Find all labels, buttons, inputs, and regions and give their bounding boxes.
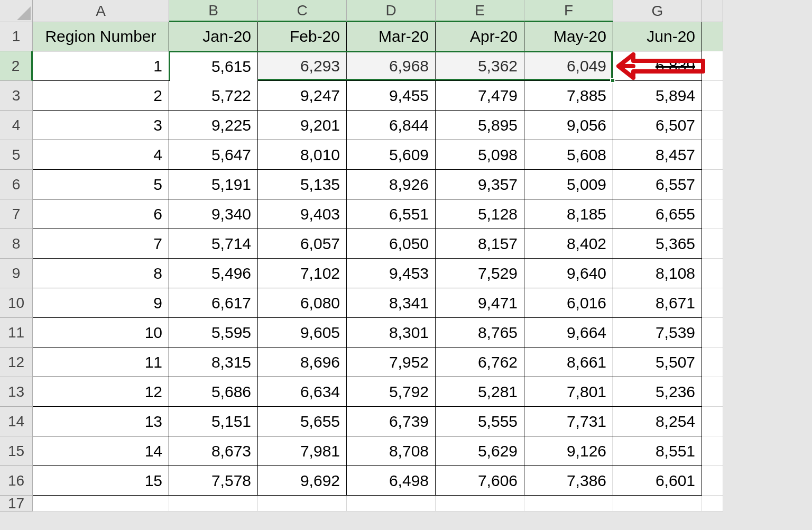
cell-G5[interactable]: 8,457 (613, 140, 702, 170)
cell-D14[interactable]: 6,739 (347, 407, 436, 436)
row-header-14[interactable]: 14 (0, 407, 33, 436)
cell-B8[interactable]: 5,714 (169, 229, 258, 259)
cell-A4[interactable]: 3 (33, 111, 169, 140)
cell-B14[interactable]: 5,151 (169, 407, 258, 436)
cell-B3[interactable]: 5,722 (169, 81, 258, 111)
row-header-11[interactable]: 11 (0, 318, 33, 348)
cell-E13[interactable]: 5,281 (436, 377, 524, 407)
cell-D13[interactable]: 5,792 (347, 377, 436, 407)
cell-B11[interactable]: 5,595 (169, 318, 258, 348)
row-header-8[interactable]: 8 (0, 229, 33, 259)
cell-F2[interactable]: 6,049 (524, 51, 613, 81)
cell-C14[interactable]: 5,655 (258, 407, 347, 436)
cell-F3[interactable]: 7,885 (524, 81, 613, 111)
row-header-7[interactable]: 7 (0, 199, 33, 229)
cell-A17[interactable] (33, 496, 169, 511)
cell-A10[interactable]: 9 (33, 288, 169, 318)
cell-B10[interactable]: 6,617 (169, 288, 258, 318)
cell-A9[interactable]: 8 (33, 259, 169, 288)
cell-F16[interactable]: 7,386 (524, 466, 613, 496)
cell-E8[interactable]: 8,157 (436, 229, 524, 259)
cell-C12[interactable]: 8,696 (258, 348, 347, 377)
cell-G8[interactable]: 5,365 (613, 229, 702, 259)
cell-C17[interactable] (258, 496, 347, 511)
active-cell[interactable]: 5,615 (170, 52, 258, 81)
cell-A5[interactable]: 4 (33, 140, 169, 170)
cell-C9[interactable]: 7,102 (258, 259, 347, 288)
cell-C16[interactable]: 9,692 (258, 466, 347, 496)
cell-E17[interactable] (436, 496, 524, 511)
cell-A15[interactable]: 14 (33, 436, 169, 466)
cell-E15[interactable]: 5,629 (436, 436, 524, 466)
row-header-3[interactable]: 3 (0, 81, 33, 111)
cell-D8[interactable]: 6,050 (347, 229, 436, 259)
column-header-E[interactable]: E (436, 0, 524, 22)
header-cell-E[interactable]: Apr-20 (436, 22, 524, 51)
cell-F15[interactable]: 9,126 (524, 436, 613, 466)
row-header-1[interactable]: 1 (0, 22, 33, 51)
cell-E4[interactable]: 5,895 (436, 111, 524, 140)
cell-G6[interactable]: 6,557 (613, 170, 702, 199)
row-header-16[interactable]: 16 (0, 466, 33, 496)
cell-E16[interactable]: 7,606 (436, 466, 524, 496)
column-header-G[interactable]: G (613, 0, 702, 22)
cell-D15[interactable]: 8,708 (347, 436, 436, 466)
column-header-C[interactable]: C (258, 0, 347, 22)
cell-C4[interactable]: 9,201 (258, 111, 347, 140)
column-header-D[interactable]: D (347, 0, 436, 22)
cell-D5[interactable]: 5,609 (347, 140, 436, 170)
cell-G4[interactable]: 6,507 (613, 111, 702, 140)
cell-C2[interactable]: 6,293 (258, 51, 347, 81)
cell-F5[interactable]: 5,608 (524, 140, 613, 170)
cell-F12[interactable]: 8,661 (524, 348, 613, 377)
cell-G12[interactable]: 5,507 (613, 348, 702, 377)
cell-F17[interactable] (524, 496, 613, 511)
cell-D16[interactable]: 6,498 (347, 466, 436, 496)
cell-G7[interactable]: 6,655 (613, 199, 702, 229)
cell-E10[interactable]: 9,471 (436, 288, 524, 318)
cell-E2[interactable]: 5,362 (436, 51, 524, 81)
cell-F9[interactable]: 9,640 (524, 259, 613, 288)
cell-B16[interactable]: 7,578 (169, 466, 258, 496)
row-header-17[interactable]: 17 (0, 496, 33, 511)
cell-C3[interactable]: 9,247 (258, 81, 347, 111)
cell-C13[interactable]: 6,634 (258, 377, 347, 407)
header-cell-A[interactable]: Region Number (33, 22, 169, 51)
cell-D7[interactable]: 6,551 (347, 199, 436, 229)
cell-C11[interactable]: 9,605 (258, 318, 347, 348)
cell-G17[interactable] (613, 496, 702, 511)
cell-B12[interactable]: 8,315 (169, 348, 258, 377)
row-header-9[interactable]: 9 (0, 259, 33, 288)
cell-G16[interactable]: 6,601 (613, 466, 702, 496)
cell-A11[interactable]: 10 (33, 318, 169, 348)
cell-C15[interactable]: 7,981 (258, 436, 347, 466)
cell-D2[interactable]: 6,968 (347, 51, 436, 81)
cell-B7[interactable]: 9,340 (169, 199, 258, 229)
cell-B4[interactable]: 9,225 (169, 111, 258, 140)
cell-G13[interactable]: 5,236 (613, 377, 702, 407)
cell-A12[interactable]: 11 (33, 348, 169, 377)
cell-D6[interactable]: 8,926 (347, 170, 436, 199)
cell-A3[interactable]: 2 (33, 81, 169, 111)
cell-A13[interactable]: 12 (33, 377, 169, 407)
cell-F11[interactable]: 9,664 (524, 318, 613, 348)
cell-A2[interactable]: 1 (33, 51, 169, 81)
cell-G3[interactable]: 5,894 (613, 81, 702, 111)
cell-D11[interactable]: 8,301 (347, 318, 436, 348)
cell-D12[interactable]: 7,952 (347, 348, 436, 377)
cell-C7[interactable]: 9,403 (258, 199, 347, 229)
header-cell-D[interactable]: Mar-20 (347, 22, 436, 51)
cell-E3[interactable]: 7,479 (436, 81, 524, 111)
cell-E14[interactable]: 5,555 (436, 407, 524, 436)
cell-F13[interactable]: 7,801 (524, 377, 613, 407)
cell-D4[interactable]: 6,844 (347, 111, 436, 140)
cell-C5[interactable]: 8,010 (258, 140, 347, 170)
cell-F14[interactable]: 7,731 (524, 407, 613, 436)
cell-A16[interactable]: 15 (33, 466, 169, 496)
row-header-6[interactable]: 6 (0, 170, 33, 199)
cell-A6[interactable]: 5 (33, 170, 169, 199)
cell-A8[interactable]: 7 (33, 229, 169, 259)
select-all-corner[interactable] (0, 0, 33, 22)
cell-B6[interactable]: 5,191 (169, 170, 258, 199)
cell-A7[interactable]: 6 (33, 199, 169, 229)
